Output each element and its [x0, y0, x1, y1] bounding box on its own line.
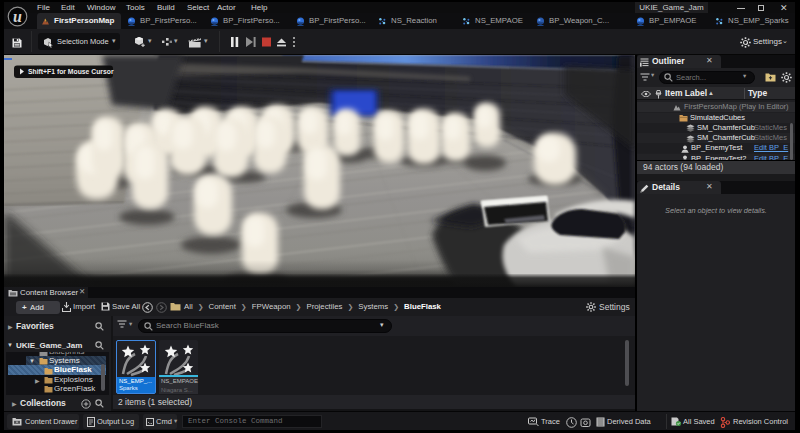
- svg-text:Shift+F1 for Mouse Cursor: Shift+F1 for Mouse Cursor: [28, 68, 114, 75]
- svg-text:u: u: [13, 8, 22, 25]
